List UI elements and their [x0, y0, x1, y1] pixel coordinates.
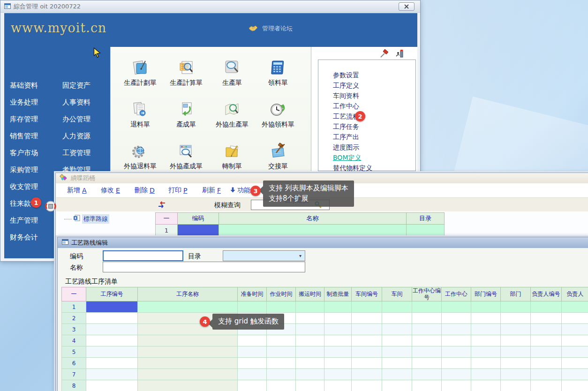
grid-cell[interactable] [382, 369, 412, 380]
column-header-工作中心编号[interactable]: 工作中心编号 [412, 287, 442, 301]
route-edit-titlebar[interactable]: 工艺路线编辑 [58, 237, 588, 248]
grid-cell[interactable] [324, 380, 352, 391]
grid-cell[interactable] [442, 346, 471, 358]
column-header-部门[interactable]: 部门 [501, 287, 531, 301]
sidebar-item-收支管理[interactable]: 收支管理 [10, 178, 57, 195]
steps-row-8[interactable]: 8 [62, 380, 588, 391]
column-header-作业时间[interactable]: 作业时间 [267, 287, 296, 301]
grid-cell[interactable] [442, 380, 471, 391]
toolbar-item-刷新[interactable]: 刷新F [202, 186, 221, 195]
tools-icon[interactable] [379, 49, 388, 60]
grid-cell[interactable] [531, 335, 562, 346]
grid-cell[interactable] [407, 225, 445, 237]
grid-cell[interactable] [412, 324, 442, 335]
grid-cell[interactable] [352, 301, 382, 313]
sidebar-item-基础资料[interactable]: 基础资料 [10, 77, 57, 94]
grid-cell[interactable] [531, 301, 562, 313]
grid-cell[interactable] [501, 380, 531, 391]
grid-cell[interactable] [562, 335, 588, 346]
grid-cell[interactable] [138, 358, 238, 369]
grid-cell[interactable] [471, 369, 501, 380]
grid-cell[interactable] [562, 380, 588, 391]
grid-cell[interactable] [412, 313, 442, 324]
submenu-item-车间资料[interactable]: 车间资料 [318, 91, 415, 101]
grid-cell[interactable] [267, 346, 296, 358]
grid-cell[interactable] [412, 301, 442, 313]
sidebar-item-销售管理[interactable]: 销售管理 [10, 128, 57, 144]
grid-cell[interactable] [382, 301, 412, 313]
column-header-编码[interactable]: 编码 [178, 213, 219, 225]
sidebar-item-固定资产[interactable]: 固定资产 [62, 77, 109, 94]
grid-cell[interactable] [352, 358, 382, 369]
swap-icon[interactable] [157, 201, 166, 210]
grid-cell[interactable] [138, 369, 238, 380]
steps-row-7[interactable]: 7 [62, 369, 588, 380]
submenu-item-参数设置[interactable]: 参数设置 [318, 70, 415, 81]
sidebar-item-人力资源[interactable]: 人力资源 [62, 128, 109, 144]
app-shortcut-生產計劃單[interactable]: 生產計劃單 [117, 55, 163, 97]
submenu-item-BOM定义[interactable]: BOM定义 [318, 153, 415, 163]
grid-cell[interactable] [412, 380, 442, 391]
grid-cell[interactable] [296, 358, 324, 369]
sidebar-item-工资管理[interactable]: 工资管理 [62, 144, 109, 161]
grid-cell[interactable] [86, 380, 138, 391]
column-header-工序编号[interactable]: 工序编号 [86, 287, 138, 301]
grid-cell[interactable] [382, 313, 412, 324]
grid-cell[interactable] [324, 301, 352, 313]
grid-cell[interactable] [531, 380, 562, 391]
sidebar-item-办公管理[interactable]: 办公管理 [62, 111, 109, 128]
sidebar-item-生产管理[interactable]: 生产管理 [10, 212, 57, 229]
grid-cell[interactable] [352, 335, 382, 346]
grid-cell[interactable] [471, 335, 501, 346]
tree-item-standard-route[interactable]: 標準路線 [64, 214, 109, 224]
toolbar-item-新增[interactable]: 新增A [67, 186, 87, 195]
grid-cell[interactable] [138, 380, 238, 391]
selected-cell[interactable] [178, 225, 219, 237]
route-list-grid[interactable]: 一编码名称目录 1 [155, 212, 445, 237]
main-window-titlebar[interactable]: 綜合管理 oit 20200722 [0, 0, 420, 13]
grid-cell[interactable] [501, 358, 531, 369]
grid-cell[interactable] [324, 324, 352, 335]
grid-cell[interactable] [501, 346, 531, 358]
steps-row-2[interactable]: 2 [62, 313, 588, 324]
column-header-一[interactable]: 一 [156, 213, 178, 225]
column-header-一[interactable]: 一 [62, 287, 86, 301]
grid-cell[interactable] [501, 335, 531, 346]
grid-cell[interactable] [412, 369, 442, 380]
grid-cell[interactable] [267, 358, 296, 369]
grid-cell[interactable] [412, 358, 442, 369]
grid-cell[interactable] [238, 346, 267, 358]
app-shortcut-外協領料單[interactable]: 外協領料單 [255, 97, 301, 139]
grid-cell[interactable] [324, 346, 352, 358]
grid-cell[interactable] [324, 358, 352, 369]
grid-cell[interactable] [531, 346, 562, 358]
grid-cell[interactable] [296, 369, 324, 380]
grid-cell[interactable] [442, 301, 471, 313]
grid-cell[interactable] [352, 346, 382, 358]
grid-cell[interactable] [352, 369, 382, 380]
sidebar-item-业务处理[interactable]: 业务处理 [10, 94, 57, 111]
column-header-工序名称[interactable]: 工序名称 [138, 287, 238, 301]
grid-cell[interactable] [238, 335, 267, 346]
grid-cell[interactable] [471, 324, 501, 335]
grid-cell[interactable] [238, 369, 267, 380]
column-header-搬运时间[interactable]: 搬运时间 [296, 287, 324, 301]
code-input[interactable] [103, 250, 183, 261]
grid-cell[interactable] [442, 358, 471, 369]
close-button[interactable] [399, 2, 415, 11]
grid-cell[interactable] [324, 335, 352, 346]
grid-cell[interactable] [382, 346, 412, 358]
grid-cell[interactable] [501, 324, 531, 335]
grid-row-1[interactable]: 1 [156, 225, 445, 237]
grid-cell[interactable] [86, 324, 138, 335]
grid-cell[interactable] [562, 301, 588, 313]
grid-cell[interactable] [412, 335, 442, 346]
grid-cell[interactable] [531, 369, 562, 380]
grid-cell[interactable] [382, 324, 412, 335]
sidebar-item-人事资料[interactable]: 人事资料 [62, 94, 109, 111]
grid-cell[interactable] [352, 324, 382, 335]
grid-cell[interactable] [267, 335, 296, 346]
app-shortcut-產成單[interactable]: 產成單 [163, 97, 209, 139]
grid-cell[interactable] [138, 346, 238, 358]
grid-cell[interactable] [471, 346, 501, 358]
